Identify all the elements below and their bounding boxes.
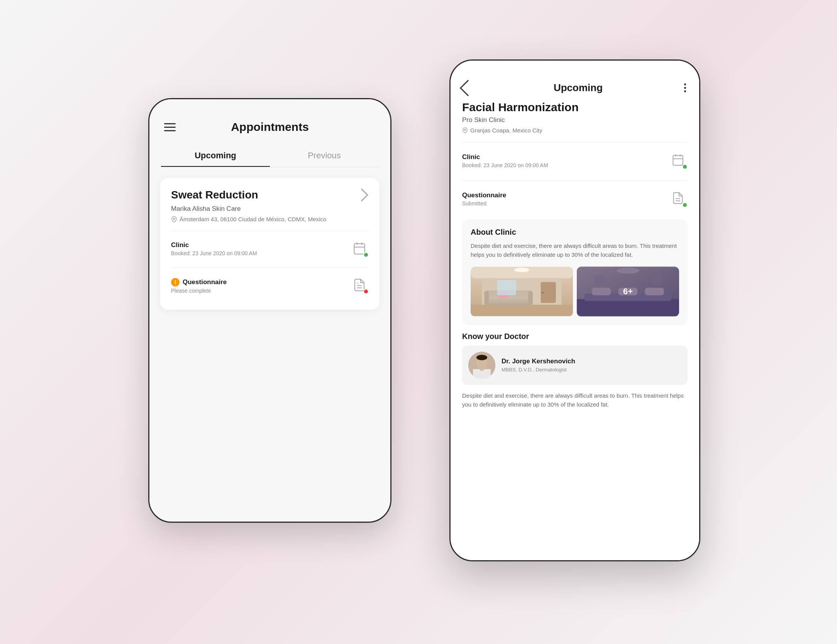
doctor-card[interactable]: Dr. Jorge Kershenovich MBBS, D.V.D., Der…	[462, 346, 688, 385]
chevron-right-icon	[355, 188, 368, 202]
green-status-dot	[363, 252, 369, 258]
appointment-clinic: Marika Alisha Skin Care	[171, 205, 369, 213]
treatment-title: Facial Harmonization	[462, 101, 688, 114]
clinic-row: Clinic Booked: 23 June 2020 on 09:00 AM	[171, 237, 369, 262]
svg-point-23	[514, 268, 529, 272]
questionnaire-sub: Please complete	[171, 288, 227, 294]
p2-questionnaire-green-dot	[682, 202, 688, 208]
clinic-images-grid: 6+	[471, 266, 679, 317]
location-icon-p2	[462, 127, 468, 133]
treatment-location: Granjas Coapa, Mexico City	[462, 127, 688, 134]
phone1-title: Appointments	[231, 120, 309, 134]
about-clinic-desc: Despite diet and exercise, there are alw…	[471, 241, 679, 259]
questionnaire-label: ! Questionnaire	[171, 278, 227, 286]
svg-point-40	[476, 355, 487, 360]
svg-marker-42	[482, 369, 491, 379]
appointment-location: Ámsterdam 43, 06100 Ciudad de México, CD…	[171, 216, 369, 222]
svg-rect-8	[673, 156, 683, 166]
hamburger-menu[interactable]	[164, 123, 176, 131]
tab-previous[interactable]: Previous	[270, 145, 379, 167]
p2-questionnaire-row: Questionnaire Submitted	[462, 187, 688, 212]
phone1-content: Sweat Reduction Marika Alisha Skin Care …	[149, 167, 390, 522]
appointments-tabs: Upcoming Previous	[161, 145, 379, 167]
know-doctor-title: Know your Doctor	[462, 332, 688, 341]
clinic-label: Clinic	[171, 241, 257, 249]
phone1-appointments: Appointments Upcoming Previous Sweat Red…	[148, 98, 391, 523]
phone1-header: Appointments	[149, 99, 390, 141]
clinic-booked: Booked: 23 June 2020 on 09:00 AM	[171, 250, 257, 256]
appointment-title: Sweat Reduction	[171, 189, 258, 201]
location-icon	[171, 216, 177, 222]
svg-rect-20	[484, 291, 489, 305]
phone2-body: Facial Harmonization Pro Skin Clinic Gra…	[451, 101, 699, 560]
svg-point-0	[173, 218, 175, 219]
doctor-avatar-svg	[468, 352, 495, 379]
p2-clinic-row: Clinic Booked: 23 June 2020 on 09:00 AM	[462, 149, 688, 174]
appointment-card[interactable]: Sweat Reduction Marika Alisha Skin Care …	[160, 178, 380, 310]
questionnaire-doc-icon	[352, 278, 369, 294]
warning-icon: !	[171, 278, 180, 286]
tab-upcoming[interactable]: Upcoming	[161, 145, 270, 167]
doctor-desc: Despite diet and exercise, there are alw…	[462, 391, 688, 409]
svg-rect-17	[471, 305, 573, 316]
doctor-info: Dr. Jorge Kershenovich MBBS, D.V.D., Der…	[502, 358, 575, 373]
svg-rect-1	[354, 244, 365, 254]
clinic-calendar-icon	[352, 241, 369, 258]
svg-rect-26	[497, 280, 516, 295]
p2-questionnaire-icon	[671, 192, 688, 208]
clinic-room-svg-1	[471, 266, 573, 317]
more-options-button[interactable]	[683, 82, 688, 94]
red-status-dot	[363, 289, 369, 294]
about-clinic-title: About Clinic	[471, 228, 679, 237]
doctor-name: Dr. Jorge Kershenovich	[502, 358, 575, 365]
doctor-credentials: MBBS, D.V.D., Dermatologist	[502, 367, 575, 373]
doctor-avatar	[468, 352, 495, 379]
svg-point-25	[542, 291, 544, 294]
back-button[interactable]	[460, 80, 476, 96]
p2-clinic-calendar-icon	[671, 153, 688, 169]
about-clinic-section: About Clinic Despite diet and exercise, …	[462, 219, 688, 325]
svg-point-7	[464, 129, 466, 130]
know-doctor-section: Know your Doctor	[462, 332, 688, 409]
divider-2	[462, 180, 688, 181]
clinic-image-1[interactable]	[471, 266, 573, 317]
phone2-header: Upcoming	[451, 61, 699, 101]
p2-green-dot	[682, 164, 688, 169]
image-count-overlay: 6+	[577, 266, 679, 317]
questionnaire-row: ! Questionnaire Please complete	[171, 273, 369, 299]
svg-rect-21	[528, 291, 533, 305]
phone2-upcoming: Upcoming Facial Harmonization Pro Skin C…	[449, 59, 700, 561]
treatment-clinic: Pro Skin Clinic	[462, 116, 688, 124]
clinic-image-2[interactable]: 6+	[577, 266, 679, 317]
divider-1	[462, 142, 688, 142]
svg-marker-41	[473, 369, 482, 379]
phone2-title: Upcoming	[554, 82, 603, 94]
